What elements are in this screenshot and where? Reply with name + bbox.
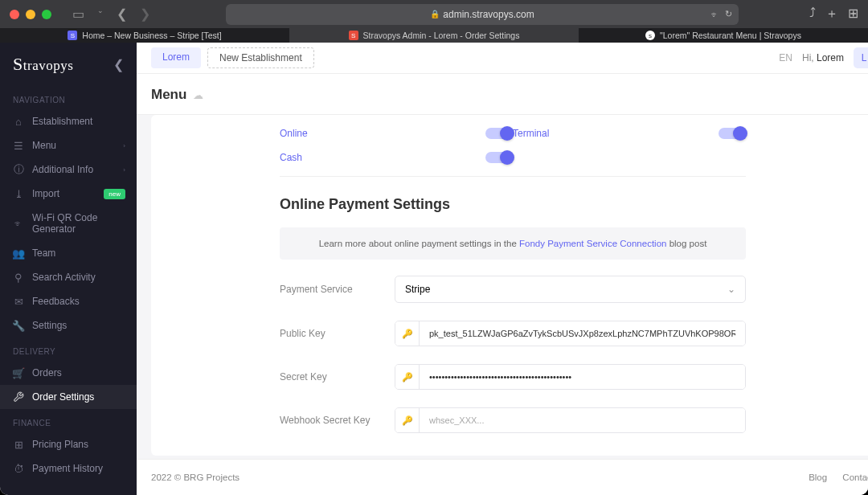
webhook-secret-label: Webhook Secret Key [280, 415, 395, 426]
stripe-favicon: S [68, 31, 77, 40]
username: Lorem [817, 52, 844, 63]
sidebar-item-label: Wi-Fi QR Code Generator [32, 212, 124, 235]
maximize-window-button[interactable] [42, 10, 51, 19]
info-text-pre: Learn more about online payment settings… [319, 239, 519, 248]
info-box: Learn more about online payment settings… [280, 227, 746, 260]
sidebar-item-label: Search Activity [32, 272, 96, 283]
public-key-input-group: 🔑 [395, 321, 746, 346]
divider [280, 176, 746, 177]
sidebar-item-orders[interactable]: 🛒 Orders [0, 361, 137, 385]
payment-service-label: Payment Service [280, 284, 395, 295]
sidebar-item-settings[interactable]: 🔧 Settings [0, 313, 137, 338]
tab-title: "Lorem" Restaurant Menu | Stravopys [660, 31, 801, 40]
history-icon: ⏱ [13, 463, 24, 474]
tab-title: Stravopys Admin - Lorem - Order Settings [363, 31, 520, 40]
key-icon: 🔑 [395, 408, 420, 432]
webhook-secret-input[interactable] [420, 408, 745, 432]
reader-icon[interactable]: ᯤ [710, 10, 719, 19]
reload-icon[interactable]: ↻ [725, 9, 732, 19]
webhook-secret-input-group: 🔑 [395, 407, 746, 433]
toggle-knob [500, 150, 514, 165]
payment-service-select[interactable]: Stripe [395, 276, 746, 303]
sidebar-collapse-button[interactable]: ❮ [113, 57, 124, 72]
toggle-online-group: Online [280, 128, 513, 139]
sidebar-header: Stravopys ❮ [0, 43, 137, 86]
sidebar-item-establishment[interactable]: ⌂ Establishment [0, 109, 137, 133]
browser-tab[interactable]: S Home – New Business – Stripe [Test] [0, 28, 289, 43]
url-text: admin.stravopys.com [443, 9, 534, 20]
toggle-terminal[interactable] [719, 128, 746, 139]
sidebar-item-search-activity[interactable]: ⚲ Search Activity [0, 265, 137, 289]
sidebar-item-label: Establishment [32, 116, 92, 127]
sidebar-item-label: Team [32, 248, 55, 259]
public-key-label: Public Key [280, 328, 395, 339]
sidebar-item-import[interactable]: ⤓ Import new [0, 182, 137, 206]
sidebar-item-menu[interactable]: ☰ Menu › [0, 133, 137, 158]
info-icon: ⓘ [13, 164, 24, 175]
browser-toolbar: ▭ ⌄ ❮ ❯ ⛨ 🔒 admin.stravopys.com ᯤ ↻ ⤴ ＋ … [0, 0, 868, 28]
browser-tab[interactable]: s "Lorem" Restaurant Menu | Stravopys [579, 28, 868, 43]
menu-icon: ☰ [13, 140, 24, 151]
team-icon: 👥 [13, 248, 24, 259]
toggle-cash[interactable] [485, 152, 513, 163]
toggle-terminal-label: Terminal [513, 128, 549, 139]
sidebar-item-additional-info[interactable]: ⓘ Additional Info › [0, 158, 137, 182]
sidebar-item-label: Payment History [32, 463, 103, 474]
language-switcher[interactable]: EN [779, 52, 792, 63]
form-row-secret-key: Secret Key 🔑 [280, 364, 746, 390]
tab-lorem[interactable]: Lorem [151, 47, 201, 68]
form-row-public-key: Public Key 🔑 [280, 321, 746, 346]
secret-key-label: Secret Key [280, 371, 395, 382]
public-key-input[interactable] [420, 321, 745, 346]
pricing-icon: ⊞ [13, 439, 24, 450]
footer: 2022 © BRG Projects Blog Contact [137, 459, 868, 495]
sidebar-toggle-icon[interactable]: ▭ [68, 5, 89, 23]
browser-tab-active[interactable]: S Stravopys Admin - Lorem - Order Settin… [289, 28, 579, 43]
sidebar-item-team[interactable]: 👥 Team [0, 241, 137, 265]
import-icon: ⤓ [13, 188, 24, 199]
toggle-row: Online Terminal [280, 128, 746, 139]
toggle-row: Cash [280, 152, 746, 163]
establishment-tabs: Lorem New Establishment [151, 47, 314, 68]
browser-tab-bar: S Home – New Business – Stripe [Test] S … [0, 28, 868, 43]
footer-blog-link[interactable]: Blog [809, 472, 827, 482]
logo: Stravopys [13, 54, 73, 75]
footer-contact-link[interactable]: Contact [842, 472, 868, 482]
sidebar-item-label: Feedbacks [32, 296, 80, 307]
stravopys-menu-favicon: s [645, 31, 655, 40]
main-area: Lorem New Establishment EN Hi, Lorem L M… [137, 43, 868, 495]
page-header: Menu ☁ [137, 74, 868, 115]
back-button[interactable]: ❮ [112, 5, 132, 23]
minimize-window-button[interactable] [26, 10, 35, 19]
dropdown-icon[interactable]: ⌄ [92, 5, 108, 23]
share-icon[interactable]: ⤴ [809, 6, 816, 22]
chevron-right-icon: › [123, 142, 125, 149]
sidebar-item-pricing-plans[interactable]: ⊞ Pricing Plans [0, 432, 137, 456]
lock-icon: 🔒 [430, 10, 440, 18]
sidebar-item-label: Menu [32, 140, 56, 151]
tab-new-establishment[interactable]: New Establishment [207, 47, 314, 68]
sidebar-item-order-settings[interactable]: Order Settings [0, 385, 137, 409]
feedback-icon: ✉ [13, 296, 24, 307]
close-window-button[interactable] [10, 10, 19, 19]
copyright: 2022 © BRG Projects [151, 472, 240, 482]
sidebar-item-feedbacks[interactable]: ✉ Feedbacks [0, 289, 137, 313]
wifi-icon: ᯤ [13, 218, 24, 229]
avatar[interactable]: L [854, 47, 868, 68]
topbar: Lorem New Establishment EN Hi, Lorem L [137, 43, 868, 74]
new-tab-icon[interactable]: ＋ [825, 6, 838, 22]
secret-key-input[interactable] [420, 365, 745, 389]
toggle-knob [733, 126, 747, 141]
toggle-online[interactable] [485, 128, 513, 139]
sidebar-item-payment-history[interactable]: ⏱ Payment History [0, 456, 137, 481]
building-icon: ⌂ [13, 116, 24, 127]
stravopys-favicon: S [349, 31, 358, 40]
info-link[interactable]: Fondy Payment Service Connection [519, 239, 666, 248]
forward-button[interactable]: ❯ [135, 5, 155, 23]
sidebar-item-label: Additional Info [32, 164, 93, 175]
sidebar-item-wifi-qr[interactable]: ᯤ Wi-Fi QR Code Generator [0, 206, 137, 241]
tabs-icon[interactable]: ⊞ [848, 6, 858, 22]
sidebar-item-label: Order Settings [32, 391, 94, 403]
url-bar[interactable]: 🔒 admin.stravopys.com ᯤ ↻ [226, 4, 739, 25]
toggle-terminal-group: Terminal [513, 128, 746, 139]
